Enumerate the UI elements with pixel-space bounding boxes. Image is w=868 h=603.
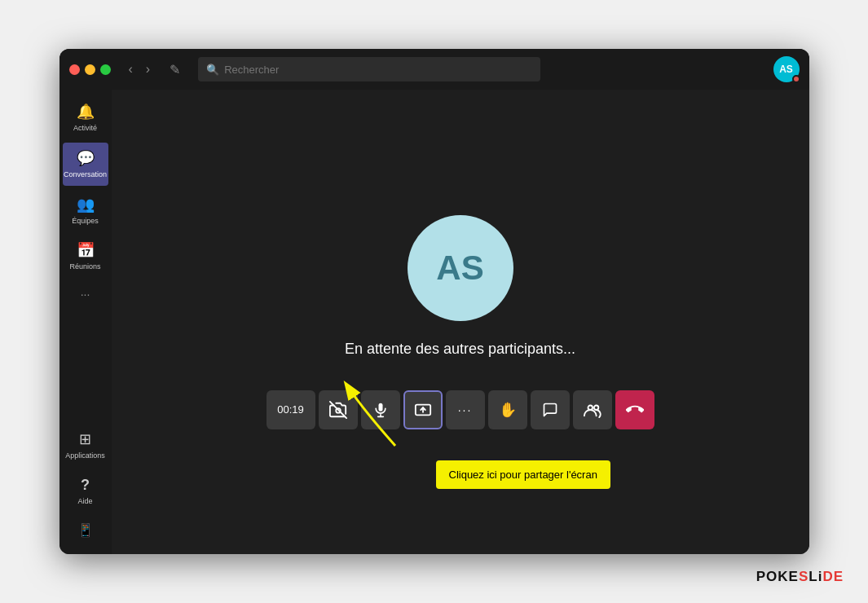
user-avatar[interactable]: AS: [773, 56, 800, 82]
sidebar-item-conversation[interactable]: 💬 Conversation: [63, 143, 108, 186]
sidebar-label-conversation: Conversation: [64, 170, 107, 179]
apps-icon: ⊞: [79, 430, 91, 448]
sidebar-item-aide[interactable]: ? Aide: [63, 470, 108, 513]
compose-button[interactable]: ✎: [165, 60, 185, 79]
device-icon: 📱: [77, 522, 94, 538]
status-dot: [792, 75, 800, 83]
brand-de: DE: [822, 569, 844, 584]
sidebar-item-applications[interactable]: ⊞ Applications: [63, 424, 108, 467]
user-initials: AS: [779, 64, 793, 75]
brand-poke: POKE: [756, 569, 799, 584]
raise-hand-button[interactable]: ✋: [488, 390, 527, 429]
call-timer: 00:19: [267, 390, 315, 429]
sidebar-label-applications: Applications: [65, 451, 105, 460]
nav-buttons: ‹ ›: [124, 60, 156, 78]
participant-initials: AS: [436, 249, 483, 288]
sidebar-label-equipes: Équipes: [72, 217, 99, 226]
chat-button[interactable]: [531, 390, 570, 429]
help-icon: ?: [81, 477, 90, 494]
call-area: AS En attente des autres participants...…: [112, 90, 809, 554]
waiting-text: En attente des autres participants...: [345, 341, 575, 358]
call-controls: 00:19: [267, 390, 654, 429]
sidebar-item-equipes[interactable]: 👥 Équipes: [63, 189, 108, 232]
more-options-button[interactable]: ···: [446, 390, 485, 429]
participants-button[interactable]: [573, 390, 612, 429]
sidebar: 🔔 Activité 💬 Conversation 👥 Équipes 📅 Ré…: [59, 90, 112, 554]
sidebar-label-aide: Aide: [77, 497, 92, 506]
search-bar[interactable]: 🔍: [198, 57, 540, 81]
tooltip-text: Cliquez ici pour partager l'écran: [449, 469, 597, 481]
minimize-button[interactable]: [85, 64, 95, 75]
chat-icon: 💬: [77, 149, 95, 167]
titlebar: ‹ › ✎ 🔍 AS: [59, 49, 809, 90]
sidebar-label-reunions: Réunions: [69, 262, 100, 271]
forward-button[interactable]: ›: [141, 60, 155, 78]
sidebar-label-activite: Activité: [73, 124, 97, 133]
svg-line-0: [329, 401, 346, 417]
sidebar-item-activite[interactable]: 🔔 Activité: [63, 96, 108, 139]
end-call-button[interactable]: [615, 390, 654, 429]
branding: POKESLiDE: [756, 569, 844, 585]
more-dots-icon: ···: [458, 403, 473, 416]
share-screen-button[interactable]: [403, 390, 443, 429]
close-button[interactable]: [69, 64, 80, 75]
hand-icon: ✋: [499, 401, 517, 419]
microphone-button[interactable]: [361, 390, 400, 429]
teams-icon: 👥: [77, 196, 95, 213]
sidebar-item-reunions[interactable]: 📅 Réunions: [63, 235, 108, 278]
app-window: ‹ › ✎ 🔍 AS 🔔 Activité 💬 Conversation 👥: [59, 49, 809, 554]
maximize-button[interactable]: [100, 64, 111, 75]
search-icon: 🔍: [206, 64, 219, 76]
sidebar-item-device[interactable]: 📱: [63, 516, 108, 544]
brand-li: Li: [809, 569, 822, 584]
main-area: 🔔 Activité 💬 Conversation 👥 Équipes 📅 Ré…: [59, 90, 809, 554]
calendar-icon: 📅: [77, 241, 95, 259]
back-button[interactable]: ‹: [124, 60, 138, 78]
brand-s: S: [799, 569, 809, 584]
share-screen-tooltip: Cliquez ici pour partager l'écran: [436, 460, 610, 489]
participant-avatar: AS: [408, 215, 513, 321]
traffic-lights: [69, 64, 111, 75]
search-input[interactable]: [224, 64, 532, 76]
camera-off-button[interactable]: [319, 390, 358, 429]
bell-icon: 🔔: [77, 103, 95, 121]
sidebar-more[interactable]: ···: [81, 288, 90, 301]
svg-rect-2: [378, 403, 382, 411]
